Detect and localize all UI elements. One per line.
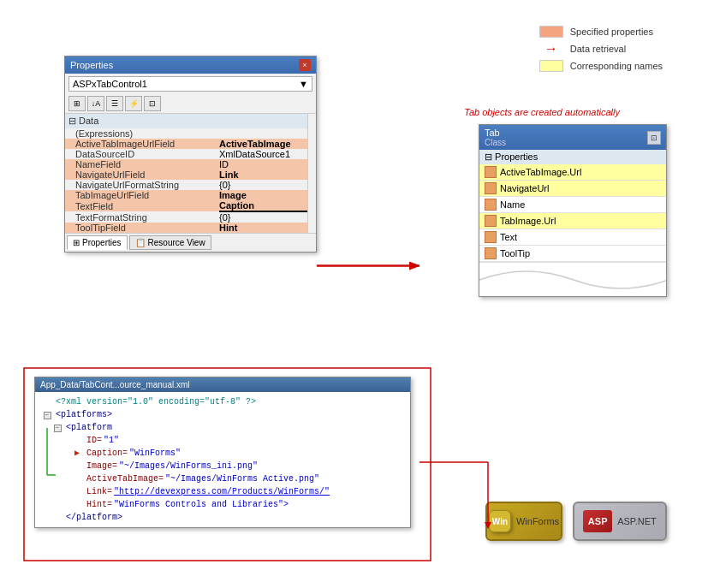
platform-collapse-btn[interactable]: − — [54, 425, 62, 432]
prop-navigateurlfield: NavigateUrlField Link — [65, 169, 316, 180]
caption-arrow-icon: ▶ — [74, 448, 80, 458]
tab-resource-label: Resource View — [148, 238, 205, 247]
xml-line-activetab: ActiveTabImage="~/Images/WinForms Active… — [40, 472, 405, 485]
prop-name-navigateurl: NavigateUrlField — [65, 169, 219, 180]
legend-corresponding-label: Corresponding names — [570, 61, 663, 71]
properties-table: ⊟ Data (Expressions) ActiveTabImageUrlFi… — [65, 114, 316, 233]
class-prop-section-label: Properties — [495, 151, 538, 162]
toolbar-events-btn[interactable]: ⚡ — [125, 96, 142, 111]
toolbar-search-btn[interactable]: ⊡ — [144, 96, 161, 111]
properties-icon: ⊞ — [73, 238, 80, 247]
xml-line-platform-close: </platform> — [40, 511, 405, 524]
properties-panel: Properties × ASPxTabControl1 ▼ ⊞ ↓A ☰ ⚡ … — [64, 56, 317, 252]
tab-resource-view[interactable]: 📋 Resource View — [129, 235, 211, 250]
class-expand-button[interactable]: ⊡ — [647, 131, 661, 145]
tab-properties[interactable]: ⊞ Properties — [67, 235, 128, 250]
close-icon: × — [302, 61, 306, 69]
prop-activetabimageurlfield: ActiveTabImageUrlField ActiveTabImage — [65, 139, 316, 149]
xml-gutter-caption: ▶ — [71, 447, 85, 460]
winforms-tab-icon: Win — [489, 510, 511, 532]
prop-icon-navigateurl — [485, 182, 497, 194]
prop-icon-name — [485, 199, 497, 211]
prop-name-textformat: TextFormatString — [65, 211, 219, 223]
prop-value-expressions — [219, 128, 316, 139]
xml-line-image: Image="~/Images/WinForms_ini.png" — [40, 460, 405, 472]
xml-platform-close-tag: </platform> — [66, 511, 122, 524]
prop-name-navigateurlformat: NavigateUrlFormatString — [65, 180, 219, 190]
prop-name-activetab: ActiveTabImageUrlField — [65, 139, 219, 149]
prop-textfield: TextField Caption — [65, 200, 316, 211]
resource-icon: 📋 — [135, 238, 146, 247]
xml-line-hint: Hint="WinForms Controls and Libraries"> — [40, 498, 405, 511]
class-prop-header: ⊟ Properties — [479, 150, 666, 164]
prop-name-tooltip: ToolTipField — [65, 223, 219, 233]
panel-footer: ⊞ Properties 📋 Resource View — [65, 233, 316, 252]
prop-namefield: NameField ID — [65, 159, 316, 169]
xml-gutter-platforms: − — [40, 408, 54, 421]
xml-platforms-tag: <platforms> — [56, 408, 112, 421]
class-prop-activetabimage: ActiveTabImage.Url — [479, 164, 666, 181]
close-button[interactable]: × — [299, 59, 311, 71]
winforms-tab-button[interactable]: Win WinForms — [485, 502, 562, 541]
toolbar-alphabetical-btn[interactable]: ↓A — [87, 96, 104, 111]
legend-arrow-icon — [539, 43, 563, 55]
xml-attr-image: Image= — [86, 460, 117, 472]
legend-data-retrieval: Data retrieval — [539, 43, 663, 55]
xml-attr-link: Link= — [86, 485, 112, 498]
winforms-tab-label: WinForms — [516, 516, 559, 526]
prop-icon-tabimage — [485, 215, 497, 227]
prop-expressions: (Expressions) — [65, 128, 316, 139]
win-icon-label: Win — [492, 517, 508, 526]
prop-value-navigateurlformat: {0} — [219, 180, 316, 190]
xml-titlebar: App_Data/TabCont...ource_manual.xml — [35, 377, 410, 392]
component-dropdown[interactable]: ASPxTabControl1 ▼ — [68, 76, 312, 92]
class-subtitle-label: Class — [485, 138, 506, 147]
class-prop-tabimage-label: TabImage.Url — [500, 216, 556, 226]
properties-toolbar: ⊞ ↓A ☰ ⚡ ⊡ — [65, 94, 316, 114]
prop-name-namefield: NameField — [65, 159, 219, 169]
prop-value-navigateurl: Link — [219, 169, 316, 180]
class-title: Tab Class — [485, 128, 506, 147]
class-panel: Tab Class ⊡ ⊟ Properties ActiveTabImage.… — [479, 124, 667, 297]
toolbar-props-btn[interactable]: ☰ — [106, 96, 123, 111]
legend-specified-label: Specified properties — [570, 27, 653, 37]
tab-buttons-container: Win WinForms ASP ASP.NET — [485, 502, 667, 541]
xml-val-link[interactable]: "http://devexpress.com/Products/WinForms… — [114, 485, 330, 498]
component-name: ASPxTabControl1 — [73, 79, 147, 89]
section-data-label: Data — [79, 116, 98, 126]
legend-specified-box — [539, 26, 563, 38]
xml-val-hint: "WinForms Controls and Libraries"> — [114, 498, 289, 511]
prop-value-textfield: Caption — [219, 200, 316, 211]
xml-attr-id: ID= — [86, 434, 102, 447]
prop-tabimageurlfield: TabImageUrlField Image — [65, 190, 316, 200]
xml-content: <?xml version="1.0" encoding="utf-8" ?> … — [35, 392, 410, 527]
prop-icon-tooltip — [485, 247, 497, 259]
xml-val-activetab: "~/Images/WinForms Active.png" — [165, 472, 319, 485]
xml-line-id: ID="1" — [40, 434, 405, 447]
xml-val-caption: "WinForms" — [129, 447, 181, 460]
class-prop-text-label: Text — [500, 232, 517, 242]
xml-attr-hint: Hint= — [86, 498, 112, 511]
class-prop-tooltip: ToolTip — [479, 246, 666, 262]
class-prop-name-label: Name — [500, 199, 525, 210]
properties-title: Properties — [70, 60, 113, 70]
class-prop-activetab-label: ActiveTabImage.Url — [500, 167, 581, 177]
legend-corresponding: Corresponding names — [539, 60, 663, 72]
section-data: ⊟ Data — [65, 114, 316, 128]
platforms-collapse-btn[interactable]: − — [44, 412, 51, 419]
xml-filename: App_Data/TabCont...ource_manual.xml — [40, 380, 190, 389]
legend: Specified properties Data retrieval Corr… — [539, 26, 663, 72]
tab-properties-label: Properties — [82, 238, 122, 247]
legend-data-retrieval-label: Data retrieval — [570, 44, 626, 54]
prop-value-tooltip: Hint — [219, 223, 316, 233]
section-expand-icon: ⊟ — [68, 116, 76, 126]
dropdown-arrow-icon: ▼ — [299, 79, 308, 89]
prop-textformatstring: TextFormatString {0} — [65, 211, 316, 223]
aspnet-tab-button[interactable]: ASP ASP.NET — [573, 502, 667, 541]
toolbar-categorized-btn[interactable]: ⊞ — [68, 96, 86, 111]
prop-value-tabimage: Image — [219, 190, 316, 200]
scrollbar[interactable] — [307, 114, 316, 233]
auto-created-label: Tab objects are created automatically — [464, 107, 620, 117]
aspnet-tab-label: ASP.NET — [617, 516, 657, 526]
legend-corresponding-box — [539, 60, 563, 72]
